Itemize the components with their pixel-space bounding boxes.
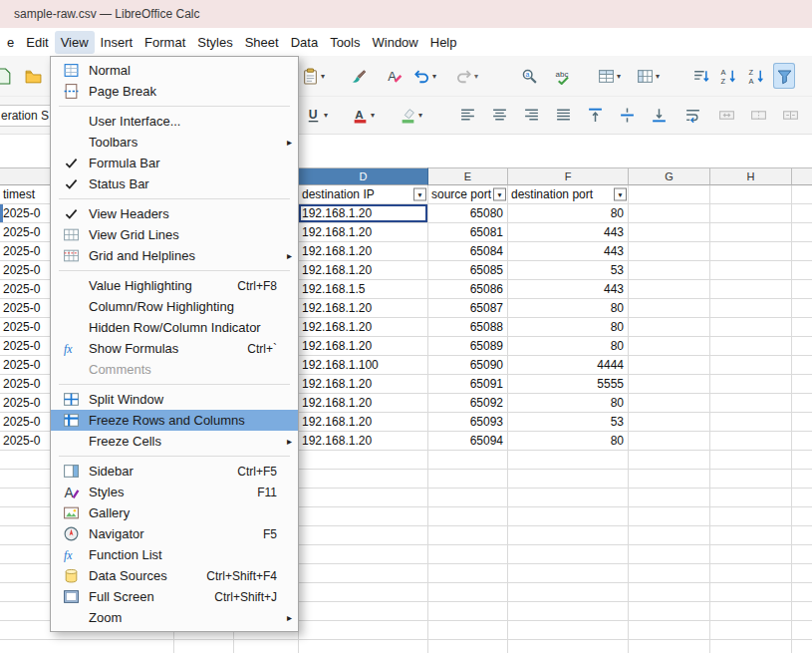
column-header-g[interactable]: G bbox=[629, 167, 710, 185]
menubar-item-insert[interactable]: Insert bbox=[95, 31, 139, 54]
cell[interactable] bbox=[428, 583, 508, 602]
cell[interactable] bbox=[710, 489, 792, 507]
find-and-replace-button[interactable]: a bbox=[518, 63, 540, 89]
cell[interactable]: 4444 bbox=[508, 356, 629, 375]
cell[interactable] bbox=[629, 318, 710, 337]
cell[interactable] bbox=[0, 640, 174, 653]
merge-cells-button[interactable] bbox=[747, 103, 769, 129]
view-menu-item-page-break[interactable]: Page Break bbox=[51, 81, 298, 102]
autofilter-dropdown-f1[interactable]: ▼ bbox=[614, 188, 627, 201]
cell[interactable] bbox=[428, 621, 508, 640]
cell[interactable]: 65088 bbox=[428, 318, 508, 337]
cell[interactable]: 5555 bbox=[508, 375, 629, 394]
cell[interactable] bbox=[710, 375, 792, 394]
cell[interactable] bbox=[508, 526, 629, 545]
cell[interactable] bbox=[508, 640, 629, 653]
cell[interactable]: 80 bbox=[508, 204, 629, 223]
cell[interactable] bbox=[792, 583, 812, 602]
columns-button[interactable]: ▾ bbox=[634, 63, 662, 89]
cell[interactable] bbox=[792, 394, 812, 413]
cell[interactable]: 65084 bbox=[428, 242, 508, 261]
rows-button[interactable]: ▾ bbox=[595, 63, 623, 89]
cell[interactable] bbox=[629, 451, 710, 470]
view-menu-item-grid-and-helplines[interactable]: Grid and Helplines▸ bbox=[51, 245, 298, 266]
cell[interactable] bbox=[792, 413, 812, 432]
cell[interactable] bbox=[428, 489, 508, 507]
view-menu-item-sidebar[interactable]: SidebarCtrl+F5 bbox=[51, 461, 298, 482]
cell[interactable]: 192.168.1.20 bbox=[299, 223, 428, 242]
cell[interactable] bbox=[629, 204, 710, 223]
cell[interactable] bbox=[792, 432, 812, 451]
font-name-combobox[interactable]: eration S bbox=[0, 105, 52, 127]
new-document-button[interactable] bbox=[0, 63, 15, 89]
cell[interactable] bbox=[710, 299, 792, 318]
cell[interactable] bbox=[710, 337, 792, 356]
cell[interactable]: 192.168.1.20 bbox=[299, 318, 428, 337]
column-header-h[interactable]: H bbox=[710, 167, 792, 185]
cell[interactable]: 65092 bbox=[428, 394, 508, 413]
cell[interactable] bbox=[629, 223, 710, 242]
cell[interactable] bbox=[629, 583, 710, 602]
cell[interactable]: 80 bbox=[508, 299, 629, 318]
cell[interactable] bbox=[792, 602, 812, 621]
cell[interactable]: destination IP▼ bbox=[299, 185, 428, 204]
sort-ascending-button[interactable]: AZ bbox=[717, 63, 739, 89]
cell[interactable]: 443 bbox=[508, 223, 629, 242]
cell[interactable]: 192.168.1.5 bbox=[299, 280, 428, 299]
cell[interactable] bbox=[428, 451, 508, 470]
align-left-button[interactable] bbox=[456, 103, 478, 129]
view-menu-item-freeze-cells[interactable]: Freeze Cells▸ bbox=[51, 431, 298, 452]
cell[interactable] bbox=[710, 223, 792, 242]
cell[interactable]: 192.168.1.20 bbox=[299, 413, 428, 432]
cell[interactable] bbox=[629, 280, 710, 299]
view-menu-item-show-formulas[interactable]: fxShow FormulasCtrl+` bbox=[51, 338, 298, 359]
cell[interactable] bbox=[792, 640, 812, 653]
unmerge-cells-button[interactable] bbox=[779, 103, 801, 129]
cell[interactable]: 443 bbox=[508, 280, 629, 299]
font-color-dropdown-arrow[interactable]: ▾ bbox=[371, 111, 375, 120]
cell[interactable] bbox=[508, 564, 629, 583]
view-menu-item-styles[interactable]: AStylesF11 bbox=[51, 482, 298, 502]
column-header-clipped[interactable] bbox=[792, 167, 812, 185]
clone-formatting-button[interactable] bbox=[347, 63, 369, 89]
cell[interactable]: 80 bbox=[508, 394, 629, 413]
cell[interactable]: 80 bbox=[508, 337, 629, 356]
cell[interactable] bbox=[792, 564, 812, 583]
cell[interactable]: 53 bbox=[508, 261, 629, 280]
view-menu-item-hidden-row-column-indicator[interactable]: Hidden Row/Column Indicator bbox=[51, 317, 298, 338]
cell[interactable]: 65086 bbox=[428, 280, 508, 299]
cell[interactable] bbox=[629, 507, 710, 526]
columns-dropdown-arrow[interactable]: ▾ bbox=[656, 72, 660, 81]
cell[interactable] bbox=[792, 223, 812, 242]
cell[interactable] bbox=[792, 280, 812, 299]
align-top-button[interactable] bbox=[584, 103, 606, 129]
cell[interactable]: 443 bbox=[508, 242, 629, 261]
cell[interactable]: 192.168.1.20 bbox=[299, 204, 428, 223]
cell[interactable] bbox=[508, 470, 629, 489]
cell[interactable]: 192.168.1.20 bbox=[299, 432, 428, 451]
cell[interactable] bbox=[710, 640, 792, 653]
cell[interactable]: 192.168.1.20 bbox=[299, 242, 428, 261]
clear-direct-formatting-button[interactable]: A bbox=[383, 63, 405, 89]
cell[interactable] bbox=[629, 242, 710, 261]
cell[interactable] bbox=[508, 621, 629, 640]
cell[interactable] bbox=[629, 545, 710, 564]
cell[interactable] bbox=[428, 470, 508, 489]
cell[interactable] bbox=[629, 432, 710, 451]
cell[interactable] bbox=[508, 583, 629, 602]
cell[interactable] bbox=[710, 507, 792, 526]
cell[interactable]: 65091 bbox=[428, 375, 508, 394]
redo-dropdown-arrow[interactable]: ▾ bbox=[474, 72, 478, 81]
cell[interactable] bbox=[629, 564, 710, 583]
cell[interactable] bbox=[792, 375, 812, 394]
cell[interactable]: 65087 bbox=[428, 299, 508, 318]
cell[interactable]: 65085 bbox=[428, 261, 508, 280]
highlighting-color-dropdown-arrow[interactable]: ▾ bbox=[418, 111, 422, 120]
open-button[interactable] bbox=[22, 63, 44, 89]
cell[interactable] bbox=[710, 413, 792, 432]
cell[interactable]: 192.168.1.20 bbox=[299, 375, 428, 394]
cell[interactable]: 65080 bbox=[428, 204, 508, 223]
cell[interactable] bbox=[792, 318, 812, 337]
view-menu-item-full-screen[interactable]: Full ScreenCtrl+Shift+J bbox=[51, 586, 298, 607]
cell[interactable]: 65081 bbox=[428, 223, 508, 242]
